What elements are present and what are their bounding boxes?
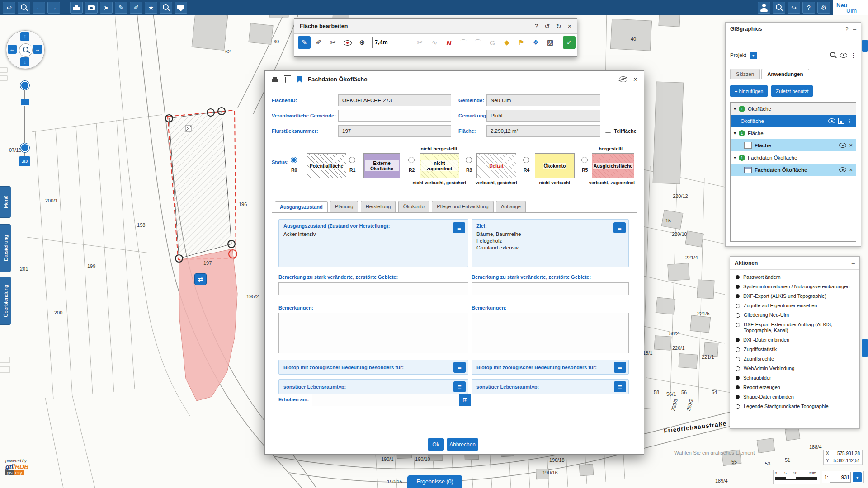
visibility-icon[interactable]	[839, 143, 846, 148]
tab-pflege[interactable]: Pflege und Entwicklung	[432, 201, 493, 212]
screenshot-icon[interactable]	[85, 2, 98, 14]
hide-icon[interactable]	[619, 76, 627, 82]
sidebar-tab-darstellung[interactable]: Darstellung	[0, 224, 11, 272]
bemerkung-input-right[interactable]	[472, 282, 629, 295]
pan-down-button[interactable]: ↓	[20, 57, 29, 66]
ok-button[interactable]: Ok	[428, 438, 444, 451]
action-item[interactable]: DXF-Export Extern über Auftrag (ALKIS, T…	[736, 320, 854, 335]
tab-anwendungen[interactable]: Anwendungen	[761, 69, 809, 79]
status-box-defizit[interactable]: Defizit	[476, 153, 516, 178]
merge-areas-icon[interactable]: ❖	[529, 36, 542, 49]
snap-target-icon[interactable]: ⊕	[356, 36, 368, 49]
bookmark-icon[interactable]	[297, 76, 302, 83]
list-menu-icon[interactable]: ≡	[614, 381, 626, 392]
remove-layer-icon[interactable]: ×	[849, 142, 853, 149]
select-cursor-icon[interactable]: ➤	[100, 2, 113, 14]
recently-used-button[interactable]: Zuletzt benutzt	[771, 85, 813, 97]
scrollbar-thumb-right[interactable]	[862, 339, 868, 357]
list-menu-icon[interactable]: ≡	[613, 222, 626, 233]
status-radio-r1[interactable]	[349, 157, 355, 163]
action-item[interactable]: WebAdmin Verbindung	[736, 364, 854, 373]
flaeche-field[interactable]	[486, 125, 600, 137]
pan-right-button[interactable]: →	[33, 45, 42, 54]
list-menu-icon[interactable]: ≡	[453, 362, 466, 373]
print-icon[interactable]	[271, 76, 279, 83]
zoom-window-icon[interactable]	[18, 2, 30, 14]
dialog-header[interactable]: Fachdaten Ökofläche ×	[265, 71, 644, 88]
action-item[interactable]: Zugriffe auf Eigentümer einsehen	[736, 301, 854, 310]
action-item[interactable]: DXF-Export (ALKIS und Topographie)	[736, 291, 854, 301]
list-menu-icon[interactable]: ≡	[614, 362, 626, 373]
flag-icon[interactable]: ⚑	[515, 36, 528, 49]
action-item[interactable]: Passwort ändern	[736, 272, 854, 282]
chevron-down-icon[interactable]: ▾	[734, 131, 736, 136]
arc-add-icon[interactable]: ⌒	[472, 36, 484, 49]
pan-left-icon[interactable]: ←	[33, 2, 45, 14]
calendar-icon[interactable]: ⊞	[459, 394, 471, 406]
status-radio-r3[interactable]	[466, 157, 472, 163]
zoom-in-button[interactable]	[20, 80, 30, 90]
tree-item-fachdaten[interactable]: Fachdaten Ökofläche ×	[731, 164, 856, 176]
minimize-icon[interactable]: –	[853, 26, 856, 33]
verantwortliche-gemeinde-field[interactable]	[338, 110, 451, 122]
print-icon[interactable]	[70, 2, 83, 14]
edit-sketch-icon[interactable]: ✐	[130, 2, 142, 14]
tab-planung[interactable]: Planung	[330, 201, 358, 212]
close-icon[interactable]: ×	[633, 75, 637, 84]
status-box-externe-oekoflaeche[interactable]: Externe Ökofläche	[363, 153, 400, 178]
pan-left-button[interactable]: ←	[8, 45, 17, 54]
sync-geometry-button[interactable]: ⇄	[194, 273, 207, 285]
help-icon[interactable]: ?	[535, 23, 538, 30]
edit-toolbar-header[interactable]: Fläche bearbeiten ? ↺ ↻ ×	[294, 19, 577, 34]
group-item[interactable]: Feldgehölz	[472, 238, 628, 244]
status-box-oekokonto[interactable]: Ökokonto	[535, 153, 575, 178]
action-item[interactable]: Zugriffsrechte	[736, 354, 854, 364]
tree-group-fachdaten[interactable]: ▾ 1 Fachdaten Ökofläche	[731, 151, 856, 164]
confirm-icon[interactable]: ✓	[563, 36, 576, 49]
sidebar-tab-menu[interactable]: Menü	[0, 186, 11, 218]
tree-item-flaeche[interactable]: Fläche ×	[731, 139, 856, 151]
teilflaeche-checkbox[interactable]	[605, 127, 611, 133]
delete-icon[interactable]	[285, 77, 291, 83]
draw-area-icon[interactable]: ✎	[298, 36, 311, 49]
action-item[interactable]: Schrägbilder	[736, 373, 854, 383]
tree-group-oekoflaeche[interactable]: ▾ 1 Ökofläche	[731, 103, 856, 115]
status-radio-r2[interactable]	[408, 157, 415, 163]
zoom-select-icon[interactable]	[160, 2, 172, 14]
tab-oekokonto[interactable]: Ökokonto	[398, 201, 429, 212]
tab-herstellung[interactable]: Herstellung	[361, 201, 396, 212]
zoom-center-button[interactable]	[19, 43, 33, 57]
visibility-icon[interactable]	[840, 53, 847, 58]
status-radio-r5[interactable]	[581, 157, 588, 163]
save-icon[interactable]	[838, 118, 844, 124]
status-box-potentialflaeche[interactable]: Potentialfläche	[307, 153, 346, 178]
chevron-down-icon[interactable]: ▾	[734, 155, 736, 160]
buffer-icon[interactable]: ◆	[500, 36, 513, 49]
scale-input[interactable]	[830, 472, 851, 483]
flaechenid-field[interactable]	[338, 94, 451, 106]
distance-input[interactable]	[372, 37, 410, 48]
visibility-red-icon[interactable]	[341, 36, 354, 49]
action-item[interactable]: Report erzeugen	[736, 383, 854, 392]
search-icon[interactable]	[830, 52, 837, 59]
zoom-out-button[interactable]	[20, 143, 30, 153]
cancel-button[interactable]: Abbrechen	[447, 438, 478, 451]
search-icon[interactable]	[773, 2, 785, 14]
kebab-menu-icon[interactable]: ⋮	[847, 117, 853, 124]
kebab-menu-icon[interactable]: ⋮	[850, 52, 856, 59]
tab-skizzen[interactable]: Skizzen	[730, 69, 760, 79]
list-menu-icon[interactable]: ≡	[453, 381, 466, 392]
results-tab[interactable]: Ergebnisse (0)	[407, 475, 462, 488]
curve-icon[interactable]: ∿	[428, 36, 441, 49]
zigzag-line-icon[interactable]: N	[443, 36, 455, 49]
circle-geometry-icon[interactable]: G	[486, 36, 499, 49]
group-item[interactable]: Bäume, Baumreihe	[472, 231, 628, 238]
action-item[interactable]: Gliederung Neu-Ulm	[736, 310, 854, 320]
action-item[interactable]: Legende Stadtgrundkarte Topographie	[736, 402, 854, 411]
favorites-icon[interactable]: ★	[145, 2, 157, 14]
status-radio-r4[interactable]	[523, 157, 529, 163]
split-area-icon[interactable]: ✂	[327, 36, 340, 49]
group-item[interactable]: Grünland extensiv	[472, 244, 628, 251]
flurstuecksnummer-field[interactable]	[338, 125, 451, 137]
3d-view-button[interactable]: 3D	[19, 156, 30, 166]
